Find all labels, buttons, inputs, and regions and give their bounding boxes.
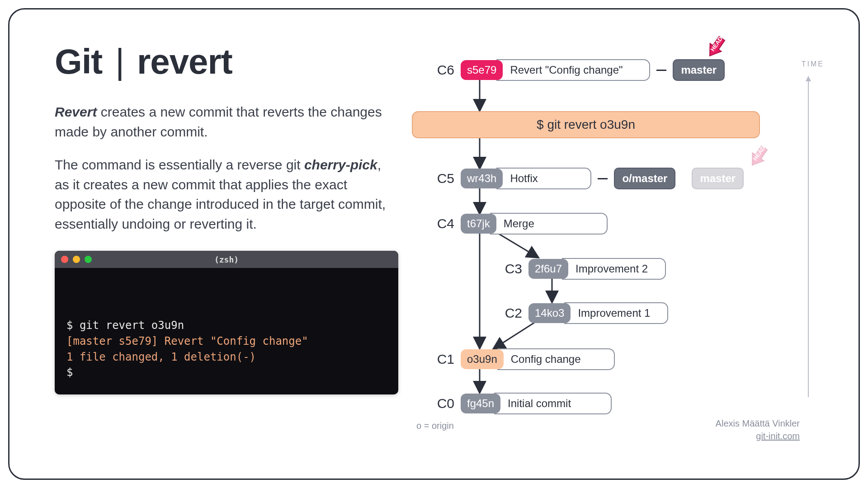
commit-hash: o3u9n [461, 349, 504, 369]
commit-hash: s5e79 [461, 60, 503, 80]
commit-c6: C6 s5e79 Revert "Config change" master [430, 59, 725, 81]
commit-label: C2 [498, 305, 522, 321]
para2-a: The command is essentially a reverse git [55, 157, 304, 172]
para2-bold: cherry-pick [304, 157, 377, 172]
branch-master-ghost: master [692, 168, 744, 189]
slide-frame: Git | revert Revert creates a new commit… [8, 8, 860, 480]
right-column: TIME [416, 41, 822, 451]
commit-hash: fg45n [461, 394, 500, 413]
commit-pill: s5e79 Revert "Config change" [461, 59, 650, 81]
graph-lines [416, 41, 822, 451]
terminal-line-2: [master s5e79] Revert "Config change" [66, 333, 387, 349]
commit-pill: o3u9n Config change [461, 348, 615, 370]
commit-label: C1 [430, 352, 454, 367]
commit-c4: C4 t67jk Merge [430, 213, 608, 235]
commit-message: Improvement 2 [562, 258, 666, 280]
commit-hash: 2f6u7 [528, 259, 568, 279]
branch-origin-master: o/master [614, 168, 675, 189]
commit-pill: wr43h Hotfix [461, 168, 591, 189]
para1-text: creates a new commit that reverts the ch… [55, 104, 382, 139]
commit-message: Config change [497, 348, 615, 370]
time-label: TIME [802, 60, 824, 68]
commit-c1: C1 o3u9n Config change [430, 348, 615, 370]
paragraph-2: The command is essentially a reverse git… [55, 155, 398, 234]
git-diagram: TIME [416, 41, 822, 451]
commit-message: Hotfix [496, 168, 591, 189]
content: Git | revert Revert creates a new commit… [55, 41, 822, 451]
author-name: Alexis Määttä Vinkler [716, 417, 800, 430]
terminal-title: (zsh) [55, 255, 398, 264]
left-column: Git | revert Revert creates a new commit… [55, 41, 398, 451]
legend-text: o = origin [416, 421, 454, 449]
commit-message: Revert "Config change" [496, 59, 650, 81]
branch-master: master [673, 59, 725, 81]
paragraph-1: Revert creates a new commit that reverts… [55, 102, 398, 141]
terminal-body[interactable]: $ git revert o3u9n [master s5e79] Revert… [55, 268, 398, 394]
head-pointer-icon: HEAD [698, 34, 734, 61]
commit-c5: C5 wr43h Hotfix o/master master [430, 168, 744, 189]
commit-label: C5 [430, 171, 454, 186]
terminal-line-4: $ [66, 365, 387, 380]
para1-bold: Revert [55, 104, 97, 119]
title-command: revert [137, 42, 232, 81]
commit-label: C6 [430, 62, 454, 78]
commit-message: Merge [490, 213, 608, 235]
credits: Alexis Määttä Vinkler git-init.com [716, 417, 800, 451]
connector-line [598, 178, 608, 179]
author-site[interactable]: git-init.com [716, 430, 800, 442]
commit-c0: C0 fg45n Initial commit [430, 393, 612, 414]
command-bar: $ git revert o3u9n [412, 111, 760, 138]
commit-label: C0 [430, 396, 454, 411]
page-title: Git | revert [55, 41, 398, 82]
commit-message: Improvement 1 [564, 302, 668, 324]
title-prefix: Git [55, 42, 102, 81]
commit-pill: fg45n Initial commit [461, 393, 612, 414]
head-pointer-ghost-icon: HEAD [740, 143, 776, 170]
time-arrow-icon [808, 76, 809, 397]
terminal-line-1: $ git revert o3u9n [66, 318, 387, 333]
commit-c3: C3 2f6u7 Improvement 2 [498, 258, 666, 280]
commit-message: Initial commit [494, 393, 612, 414]
commit-pill: 2f6u7 Improvement 2 [528, 258, 666, 280]
commit-hash: wr43h [461, 169, 503, 188]
command-text: $ git revert o3u9n [537, 117, 635, 131]
commit-label: C3 [498, 261, 522, 277]
commit-hash: 14ko3 [528, 303, 571, 323]
commit-label: C4 [430, 216, 454, 231]
terminal-titlebar: (zsh) [55, 251, 398, 268]
title-separator: | [112, 42, 127, 81]
commit-hash: t67jk [461, 214, 496, 234]
commit-pill: 14ko3 Improvement 1 [528, 302, 668, 324]
terminal-window: (zsh) $ git revert o3u9n [master s5e79] … [55, 251, 398, 394]
commit-c2: C2 14ko3 Improvement 1 [498, 302, 668, 324]
connector-line [656, 70, 666, 71]
commit-pill: t67jk Merge [461, 213, 608, 235]
terminal-line-3: 1 file changed, 1 deletion(-) [66, 349, 387, 365]
